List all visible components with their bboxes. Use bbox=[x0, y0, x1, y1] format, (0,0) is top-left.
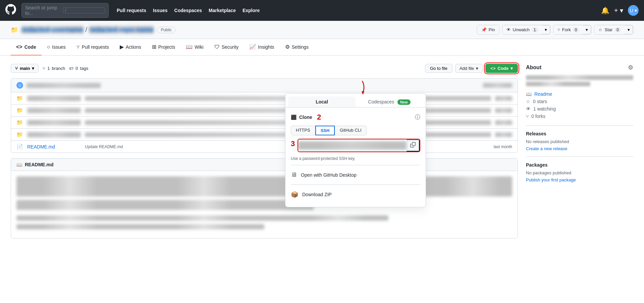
file-name[interactable]: README.md bbox=[27, 144, 81, 149]
book-icon: 📖 bbox=[16, 162, 22, 167]
clone-copy-button[interactable] bbox=[407, 139, 420, 152]
file-name[interactable]: ████████ bbox=[27, 120, 81, 125]
clone-url-box: git@github.com:████████/████████████████… bbox=[298, 139, 420, 152]
add-file-main[interactable]: Add file ▾ bbox=[455, 64, 482, 73]
open-desktop-action[interactable]: 🖥 Open with GitHub Desktop bbox=[291, 168, 420, 182]
publish-package-link[interactable]: Publish your first package bbox=[526, 177, 633, 182]
add-file-button[interactable]: Add file ▾ bbox=[455, 64, 483, 73]
tags-count: 0 bbox=[75, 66, 78, 71]
gear-icon[interactable]: ⚙ bbox=[628, 64, 633, 71]
star-button[interactable]: ☆ Star 0 bbox=[594, 25, 625, 34]
clone-method-tabs: HTTPS SSH GitHub CLI bbox=[291, 126, 420, 135]
codespaces-tab[interactable]: Codespaces New bbox=[356, 96, 423, 107]
code-button[interactable]: <> Code ▾ bbox=[485, 64, 518, 73]
repo-owner[interactable]: redacted-username bbox=[21, 26, 84, 34]
security-tab-icon: 🛡 bbox=[214, 44, 220, 50]
clone-tab-https[interactable]: HTTPS bbox=[291, 126, 315, 135]
no-releases: No releases published bbox=[526, 139, 633, 144]
branch-left: ⑂ main ▾ ⑂ 1 branch 🏷 0 tags bbox=[11, 64, 88, 73]
branch-bar: ⑂ main ▾ ⑂ 1 branch 🏷 0 tags Go to file bbox=[11, 64, 518, 73]
tab-settings-label: Settings bbox=[292, 44, 309, 50]
add-file-label: Add file bbox=[460, 66, 474, 71]
file-table: U ████████████████████████ last commit d… bbox=[11, 78, 518, 153]
search-kbd: / bbox=[63, 7, 105, 13]
branch-selector[interactable]: ⑂ main ▾ bbox=[11, 64, 39, 73]
code-btn-icon: <> bbox=[490, 66, 495, 71]
fork-button[interactable]: ⑂ Fork 0 bbox=[553, 25, 583, 34]
local-tab[interactable]: Local bbox=[288, 96, 356, 107]
folder-icon: 📁 bbox=[16, 131, 23, 138]
create-release-link[interactable]: Create a new release bbox=[526, 146, 633, 151]
tab-issues[interactable]: ○ Issues bbox=[42, 39, 71, 55]
table-row: 📁 ████████ ████████████████████ ██████ bbox=[11, 117, 518, 129]
code-btn-chevron: ▾ bbox=[511, 66, 513, 71]
tab-wiki[interactable]: 📖 Wiki bbox=[180, 39, 209, 55]
folder-icon: 📁 bbox=[16, 107, 23, 114]
tab-settings[interactable]: ⚙ Settings bbox=[280, 39, 314, 55]
tab-code[interactable]: <> Code bbox=[11, 39, 42, 55]
readme-content-line1 bbox=[16, 176, 512, 197]
repo-icon: 📁 bbox=[11, 26, 18, 34]
plus-button[interactable]: + ▾ bbox=[614, 6, 623, 14]
file-icon: 📄 bbox=[16, 143, 23, 150]
file-name[interactable]: ████████ bbox=[27, 96, 81, 101]
projects-tab-icon: ⊞ bbox=[152, 44, 156, 50]
download-zip-action[interactable]: 📦 Download ZIP bbox=[291, 187, 420, 202]
tab-wiki-label: Wiki bbox=[195, 44, 203, 50]
desktop-icon: 🖥 bbox=[291, 171, 297, 178]
nav-pull-requests[interactable]: Pull requests bbox=[117, 8, 146, 13]
folder-icon: 📁 bbox=[16, 95, 23, 101]
add-file-chevron: ▾ bbox=[476, 66, 478, 71]
file-name[interactable]: ████████ bbox=[27, 108, 81, 113]
tab-code-label: Code bbox=[24, 44, 36, 50]
branch-chevron: ▾ bbox=[32, 66, 34, 71]
star-icon: ☆ bbox=[598, 27, 602, 32]
unwatch-button[interactable]: 👁 Unwatch 1 bbox=[502, 25, 542, 34]
search-box[interactable]: Search or jump to... / bbox=[21, 3, 109, 18]
tab-insights[interactable]: 📈 Insights bbox=[244, 39, 279, 55]
tab-actions[interactable]: ▶ Actions bbox=[114, 39, 147, 55]
tab-actions-label: Actions bbox=[126, 44, 141, 50]
notification-bell[interactable]: 🔔 bbox=[601, 6, 609, 14]
nav-issues[interactable]: Issues bbox=[153, 8, 168, 13]
nav-explore[interactable]: Explore bbox=[243, 8, 260, 13]
fork-dropdown[interactable]: ▾ bbox=[583, 25, 591, 34]
github-logo[interactable] bbox=[5, 4, 16, 17]
tab-projects[interactable]: ⊞ Projects bbox=[147, 39, 181, 55]
star-icon: ☆ bbox=[526, 99, 530, 104]
tags-link[interactable]: 🏷 0 tags bbox=[69, 66, 88, 71]
readme-link[interactable]: 📖 Readme bbox=[526, 90, 633, 98]
local-tab-label: Local bbox=[316, 99, 328, 104]
repo-name[interactable]: redacted-repo-name bbox=[89, 26, 154, 34]
terminal-icon: ⬛ bbox=[291, 115, 297, 120]
clone-header: ⬛ Clone 2 ⓘ bbox=[291, 113, 420, 122]
annotation-2: 2 bbox=[317, 113, 321, 122]
code-dropdown: Local Codespaces New ⬛ Clone 2 ⓘ HTTPS S… bbox=[285, 93, 426, 207]
clone-help-icon[interactable]: ⓘ bbox=[415, 114, 420, 121]
user-avatar[interactable]: U ▾ bbox=[628, 5, 639, 16]
commit-avatar: U bbox=[16, 82, 23, 89]
file-table-header: U ████████████████████████ last commit d… bbox=[11, 79, 518, 92]
open-desktop-label: Open with GitHub Desktop bbox=[301, 172, 357, 178]
file-name[interactable]: ████████ bbox=[27, 132, 81, 137]
branches-link[interactable]: ⑂ 1 branch bbox=[43, 66, 65, 71]
unwatch-dropdown[interactable]: ▾ bbox=[542, 25, 550, 34]
nav-marketplace[interactable]: Marketplace bbox=[209, 8, 236, 13]
about-header: About ⚙ bbox=[526, 64, 633, 71]
table-row: 📁 ████████ ████████ - ████████ ██████ bbox=[11, 129, 518, 141]
issues-tab-icon: ○ bbox=[47, 44, 50, 50]
star-dropdown[interactable]: ▾ bbox=[625, 25, 633, 34]
nav-codespaces[interactable]: Codespaces bbox=[174, 8, 202, 13]
clone-tab-cli[interactable]: GitHub CLI bbox=[335, 126, 366, 135]
repo-tabs: <> Code ○ Issues ⑂ Pull requests ▶ Actio… bbox=[0, 39, 644, 56]
tab-security[interactable]: 🛡 Security bbox=[209, 39, 244, 55]
go-to-file-button[interactable]: Go to file bbox=[425, 64, 452, 73]
pin-button[interactable]: 📌 Pin bbox=[477, 25, 499, 34]
actions-tab-icon: ▶ bbox=[120, 44, 124, 50]
fork-label: Fork bbox=[562, 27, 571, 32]
folder-icon: 📁 bbox=[16, 119, 23, 126]
tab-pull-requests[interactable]: ⑂ Pull requests bbox=[71, 39, 114, 55]
clone-tab-ssh[interactable]: SSH bbox=[315, 126, 335, 135]
forks-item: ⑂ 0 forks bbox=[526, 113, 633, 120]
table-row: 📁 ████████ ████████████████████ ██████ bbox=[11, 92, 518, 104]
